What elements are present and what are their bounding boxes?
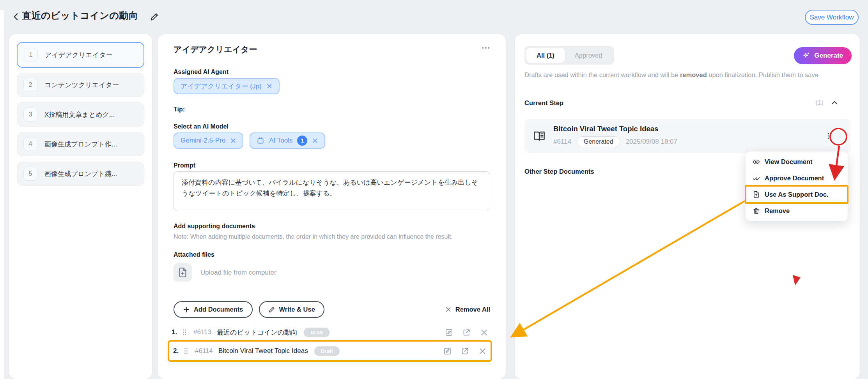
x-icon [445, 306, 452, 313]
sidebar-step-1[interactable]: 1 アイデアクリエイター [17, 42, 144, 68]
book-icon [533, 130, 546, 142]
sidebar-step-4[interactable]: 4 画像生成プロンプト作... [17, 132, 144, 156]
remove-tools-icon[interactable] [312, 137, 318, 144]
save-workflow-button[interactable]: Save Workflow [805, 10, 859, 25]
doc-id: #6113 [193, 328, 211, 336]
drag-handle-icon[interactable] [183, 347, 189, 354]
prompt-label: Prompt [174, 162, 490, 169]
tab-all[interactable]: All (1) [526, 48, 565, 63]
step-number: 2 [23, 78, 37, 92]
card-timestamp: 2025/09/08 18:07 [626, 138, 677, 146]
edit-doc-icon[interactable] [443, 347, 452, 355]
attached-doc-row-2[interactable]: 2. #6114 Bitcoin Viral Tweet Topic Ideas… [168, 340, 492, 362]
model-tag[interactable]: Gemini-2.5-Pro [174, 132, 243, 149]
tab-approved[interactable]: Approved [565, 48, 613, 63]
current-step-count: (1) [815, 99, 824, 107]
tip-label: Tip: [174, 106, 490, 113]
menu-item-label: Use As Support Doc. [765, 191, 829, 198]
supporting-docs-note: Note: When adding multiple documents, th… [174, 233, 490, 240]
agent-tag[interactable]: アイデアクリエイター (Jp) [174, 78, 280, 94]
double-check-icon [753, 175, 760, 182]
attached-doc-row-1[interactable]: 1. #6113 最近のビットコインの動向 Draft [168, 324, 492, 341]
upload-file-label: Upload file from computer [200, 269, 276, 277]
plus-icon [183, 306, 190, 313]
prompt-textarea[interactable]: 添付資料の内容に基づいて、バイラルになりそうな、あるいは高いエンゲージメントを生… [174, 171, 490, 211]
menu-approve-document[interactable]: Approve Document [746, 170, 848, 186]
doc-title: Bitcoin Viral Tweet Topic Ideas [218, 347, 308, 355]
upload-file-icon [174, 263, 192, 282]
ai-tools-label: AI Tools [269, 137, 292, 145]
model-label: Select an AI Model [174, 123, 490, 130]
doc-id: #6114 [195, 347, 213, 355]
step-label: X投稿用文章まとめク... [44, 110, 115, 119]
page-title: 直近のビットコインの動向 [22, 9, 138, 22]
remove-agent-icon[interactable] [266, 83, 273, 89]
drafts-note: Drafts are used within the current workf… [524, 69, 845, 81]
upload-file-button[interactable]: Upload file from computer [174, 263, 490, 282]
tools-count-badge: 1 [297, 136, 307, 146]
step-label: 画像生成プロンプト作... [44, 140, 117, 149]
open-doc-icon[interactable] [461, 347, 469, 355]
step-number: 4 [23, 137, 37, 151]
current-step-label: Current Step [524, 99, 563, 107]
menu-item-label: Approve Document [765, 175, 824, 182]
remove-doc-icon[interactable] [478, 347, 487, 355]
remove-all-label: Remove All [455, 306, 490, 313]
document-context-menu: View Document Approve Document Use As Su… [746, 152, 848, 221]
sidebar-step-3[interactable]: 3 X投稿用文章まとめク... [17, 102, 144, 127]
menu-remove[interactable]: Remove [746, 203, 848, 219]
generated-badge: Generated [577, 136, 620, 147]
attached-files-label: Attached files [174, 251, 490, 258]
sparkle-icon [802, 52, 810, 60]
step-number: 5 [23, 167, 37, 181]
generate-button[interactable]: Generate [794, 47, 852, 64]
results-tabs: All (1) Approved [524, 46, 614, 65]
doc-index: 1. [172, 328, 182, 336]
ai-tools-tag[interactable]: AI Tools 1 [250, 132, 325, 149]
card-kebab-menu-icon[interactable] [824, 131, 832, 141]
write-and-use-label: Write & Use [279, 306, 315, 313]
other-step-docs-label: Other Step Documents [524, 168, 594, 175]
step-label: コンテンツクリエイター [44, 81, 119, 90]
step-number: 3 [23, 108, 37, 122]
sidebar-step-2[interactable]: 2 コンテンツクリエイター [17, 73, 144, 97]
tools-icon [257, 137, 264, 145]
add-documents-button[interactable]: Add Documents [174, 301, 253, 318]
eye-icon [753, 158, 760, 166]
collapse-icon[interactable] [831, 99, 838, 107]
model-tag-label: Gemini-2.5-Pro [181, 137, 225, 145]
doc-title: 最近のビットコインの動向 [217, 328, 298, 337]
back-button[interactable] [11, 12, 21, 22]
draft-badge: Draft [304, 328, 329, 337]
card-doc-id: #6114 [553, 138, 571, 146]
trash-icon [753, 207, 760, 215]
remove-doc-icon[interactable] [480, 328, 488, 337]
remove-model-icon[interactable] [230, 137, 236, 144]
generated-document-card[interactable]: Bitcoin Viral Tweet Topic Ideas #6114 Ge… [524, 119, 851, 153]
menu-view-document[interactable]: View Document [746, 153, 848, 170]
supporting-docs-label: Add supporting documents [174, 223, 490, 230]
remove-all-button[interactable]: Remove All [445, 306, 490, 313]
drag-handle-icon[interactable] [182, 329, 187, 336]
edit-title-icon[interactable] [150, 12, 159, 21]
pencil-icon [268, 306, 275, 313]
menu-item-label: Remove [765, 207, 790, 215]
sidebar-step-5[interactable]: 5 画像生成プロンプト繊... [17, 162, 144, 186]
step-label: 画像生成プロンプト繊... [44, 169, 117, 178]
draft-badge: Draft [314, 346, 340, 356]
agent-tag-label: アイデアクリエイター (Jp) [181, 82, 262, 91]
generate-label: Generate [814, 52, 843, 60]
menu-use-as-support-doc[interactable]: Use As Support Doc. [746, 186, 848, 203]
open-doc-icon[interactable] [462, 328, 471, 337]
step-options-menu-icon[interactable] [481, 43, 491, 53]
step-editor-title: アイデアクリエイター [174, 44, 490, 55]
doc-index: 2. [173, 347, 183, 355]
edit-doc-icon[interactable] [445, 328, 453, 337]
add-documents-label: Add Documents [194, 306, 243, 313]
file-up-icon [753, 191, 760, 198]
workflow-steps-sidebar: 1 アイデアクリエイター 2 コンテンツクリエイター 3 X投稿用文章まとめク.… [9, 34, 152, 379]
menu-item-label: View Document [765, 158, 813, 166]
step-editor-panel: アイデアクリエイター Assigned AI Agent アイデアクリエイター … [158, 34, 506, 379]
write-and-use-button[interactable]: Write & Use [259, 301, 324, 318]
assigned-agent-label: Assigned AI Agent [174, 69, 490, 76]
